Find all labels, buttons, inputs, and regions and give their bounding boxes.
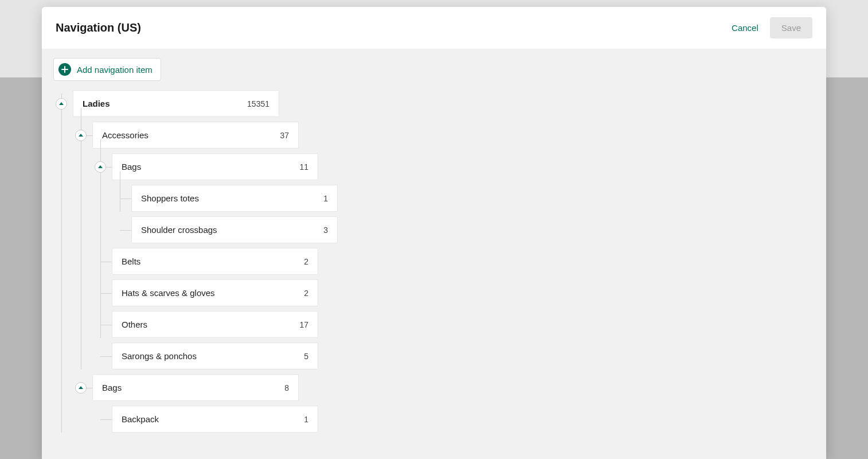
tree-item-shoulder-crossbags[interactable]: Shoulder crossbags 3 [131,216,338,243]
page-backdrop: Navigation (US) Cancel Save Add navigati… [0,0,868,459]
tree-item-label: Bags [102,383,122,392]
tree-item-count: 2 [304,289,308,298]
tree-item-belts[interactable]: Belts 2 [112,248,318,275]
tree-item-bags[interactable]: Bags 11 [112,153,318,180]
tree-item-label: Shoulder crossbags [141,225,217,235]
tree-item-count: 17 [299,320,308,329]
modal-title: Navigation (US) [56,21,141,34]
modal-body: Add navigation item Ladies 15351 [42,49,826,459]
tree-item-ladies[interactable]: Ladies 15351 [73,90,279,117]
tree-item-count: 8 [284,383,289,392]
collapse-toggle[interactable] [75,130,87,141]
tree-item-label: Others [122,320,147,329]
navigation-tree: Ladies 15351 Accesso [53,90,815,433]
tree-item-label: Sarongs & ponchos [122,351,197,361]
tree-node-belts: Belts 2 [92,248,815,275]
tree-item-count: 15351 [247,99,269,108]
tree-item-count: 37 [280,131,289,140]
tree-node-shoulder-crossbags: Shoulder crossbags 3 [112,216,815,243]
tree-item-count: 11 [299,162,308,172]
tree-item-bags-2[interactable]: Bags 8 [92,374,299,401]
tree-item-count: 3 [323,225,328,235]
tree-node-shoppers-totes: Shoppers totes 1 [112,185,815,212]
tree-item-count: 5 [304,352,308,361]
collapse-toggle[interactable] [95,161,106,173]
collapse-toggle[interactable] [75,382,87,394]
tree-item-label: Backpack [122,414,159,424]
tree-node-others: Others 17 [92,311,815,338]
cancel-button[interactable]: Cancel [732,23,758,33]
tree-node-sarongs-ponchos: Sarongs & ponchos 5 [92,343,815,369]
add-navigation-item-label: Add navigation item [77,65,153,75]
tree-node-bags-2: Bags 8 Backpack 1 [73,374,815,433]
tree-item-backpack[interactable]: Backpack 1 [112,406,318,433]
tree-item-label: Shoppers totes [141,193,199,203]
tree-node-bags: Bags 11 Shoppers totes [92,153,815,243]
modal-header: Navigation (US) Cancel Save [42,7,826,49]
tree-item-hats-scarves-gloves[interactable]: Hats & scarves & gloves 2 [112,279,318,306]
tree-item-accessories[interactable]: Accessories 37 [92,122,299,149]
save-button[interactable]: Save [770,17,812,38]
tree-node-backpack: Backpack 1 [92,406,815,433]
tree-item-sarongs-ponchos[interactable]: Sarongs & ponchos 5 [112,343,318,369]
collapse-toggle[interactable] [56,98,67,110]
tree-item-others[interactable]: Others 17 [112,311,318,338]
plus-icon [58,63,71,76]
tree-item-count: 1 [304,415,308,424]
tree-item-count: 1 [323,194,328,203]
tree-node-hats-scarves-gloves: Hats & scarves & gloves 2 [92,279,815,306]
navigation-modal: Navigation (US) Cancel Save Add navigati… [42,7,826,459]
tree-item-label: Accessories [102,130,148,140]
tree-item-label: Hats & scarves & gloves [122,288,215,298]
tree-item-shoppers-totes[interactable]: Shoppers totes 1 [131,185,338,212]
tree-node-accessories: Accessories 37 [73,122,815,369]
tree-item-label: Bags [122,162,141,172]
modal-actions: Cancel Save [732,17,812,38]
tree-item-label: Ladies [83,99,110,108]
add-navigation-item-button[interactable]: Add navigation item [53,58,161,81]
tree-node-ladies: Ladies 15351 Accesso [53,90,815,433]
tree-item-label: Belts [122,256,140,266]
tree-item-count: 2 [304,257,308,266]
